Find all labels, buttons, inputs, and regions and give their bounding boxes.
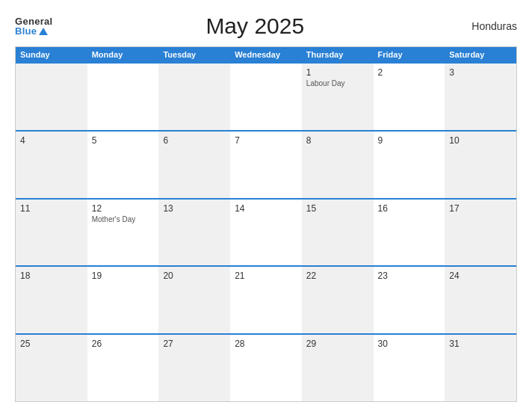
week-3: 11 12Mother's Day 13 14 15 16 17 (16, 198, 516, 266)
week-1: 1Labour Day 2 3 (16, 62, 516, 130)
cell-w3-wed: 14 (230, 200, 302, 266)
cell-w4-thu: 22 (302, 267, 374, 333)
cell-w4-sat: 24 (445, 267, 516, 333)
cell-w2-thu: 8 (302, 132, 374, 198)
logo-blue-text: Blue (15, 26, 53, 36)
calendar-title: May 2025 (205, 13, 304, 39)
cell-w5-thu: 29 (302, 335, 374, 401)
calendar-body: 1Labour Day 2 3 4 5 6 7 8 9 10 11 12Moth… (16, 62, 516, 401)
cell-w4-mon: 19 (87, 267, 159, 333)
cell-w3-thu: 15 (302, 200, 374, 266)
cell-w3-sat: 17 (445, 200, 516, 266)
cell-w1-sun (16, 64, 87, 130)
calendar: Sunday Monday Tuesday Wednesday Thursday… (15, 46, 517, 402)
cell-w1-tue (158, 64, 230, 130)
cell-w1-sat: 3 (445, 64, 516, 130)
week-4: 18 19 20 21 22 23 24 (16, 265, 516, 333)
header-sunday: Sunday (16, 47, 87, 62)
cell-w5-fri: 30 (374, 335, 445, 401)
cell-w1-fri: 2 (374, 64, 445, 130)
cell-w2-fri: 9 (374, 132, 445, 198)
cell-w4-sun: 18 (16, 267, 87, 333)
cell-w3-sun: 11 (16, 200, 87, 266)
week-2: 4 5 6 7 8 9 10 (16, 130, 516, 198)
cell-w5-tue: 27 (158, 335, 230, 401)
header-friday: Friday (374, 47, 445, 62)
cell-w4-fri: 23 (374, 267, 445, 333)
header: General Blue May 2025 Honduras (15, 13, 517, 39)
cell-w1-mon (87, 64, 159, 130)
cell-w5-mon: 26 (87, 335, 159, 401)
calendar-header: Sunday Monday Tuesday Wednesday Thursday… (16, 47, 516, 62)
cell-w2-wed: 7 (230, 132, 302, 198)
header-monday: Monday (87, 47, 159, 62)
cell-w4-tue: 20 (158, 267, 230, 333)
header-wednesday: Wednesday (230, 47, 302, 62)
logo: General Blue (15, 16, 53, 36)
header-saturday: Saturday (445, 47, 516, 62)
cell-w1-thu: 1Labour Day (302, 64, 374, 130)
cell-w1-wed (230, 64, 302, 130)
country-label: Honduras (457, 20, 517, 32)
header-tuesday: Tuesday (158, 47, 230, 62)
week-5: 25 26 27 28 29 30 31 (16, 333, 516, 401)
cell-w3-tue: 13 (158, 200, 230, 266)
cell-w3-fri: 16 (374, 200, 445, 266)
cell-w5-sat: 31 (445, 335, 516, 401)
cell-w2-tue: 6 (158, 132, 230, 198)
logo-triangle-icon (39, 28, 48, 35)
cell-w2-sat: 10 (445, 132, 516, 198)
cell-w2-sun: 4 (16, 132, 87, 198)
cell-w4-wed: 21 (230, 267, 302, 333)
cell-w3-mon: 12Mother's Day (87, 200, 159, 266)
page: General Blue May 2025 Honduras Sunday Mo… (0, 0, 532, 411)
cell-w5-sun: 25 (16, 335, 87, 401)
header-thursday: Thursday (302, 47, 374, 62)
cell-w2-mon: 5 (87, 132, 159, 198)
cell-w5-wed: 28 (230, 335, 302, 401)
